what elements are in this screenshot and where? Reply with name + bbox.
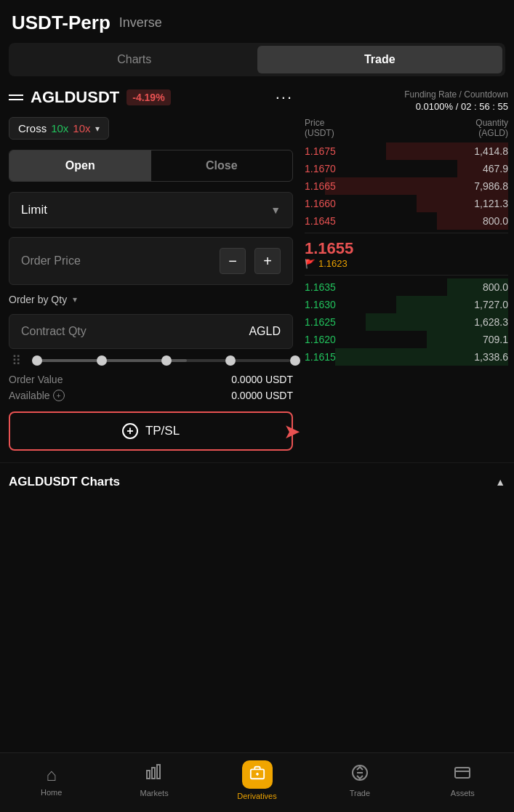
symbol-left: AGLDUSDT -4.19%	[9, 88, 171, 107]
flag-icon: 🚩	[305, 259, 316, 269]
symbol-row: AGLDUSDT -4.19% ···	[9, 88, 293, 107]
ask-price: 1.1675	[305, 145, 336, 157]
bid-qty: 800.0	[483, 281, 508, 293]
bid-row[interactable]: 1.1630 1,727.0	[305, 296, 508, 313]
slider-thumb-75[interactable]	[225, 355, 236, 366]
symbol-name[interactable]: AGLDUSDT	[31, 88, 119, 107]
bid-qty: 1,338.6	[474, 351, 508, 363]
ask-qty: 1,121.3	[474, 198, 508, 209]
tab-trade[interactable]: Trade	[257, 46, 503, 73]
bid-row[interactable]: 1.1620 709.1	[305, 331, 508, 348]
asks-list: 1.1675 1,414.8 1.1670 467.9 1.1665 7,986…	[305, 142, 508, 230]
bid-price: 1.1635	[305, 281, 336, 293]
menu-icon[interactable]	[9, 95, 23, 100]
ask-price: 1.1670	[305, 163, 336, 174]
slider-thumb-25[interactable]	[97, 355, 107, 366]
slider-grid-icon: ⠿	[12, 353, 21, 369]
right-panel: Funding Rate / Countdown 0.0100% / 02 : …	[302, 88, 514, 462]
nav-derivatives-label: Derivatives	[237, 792, 276, 800]
left-panel: AGLDUSDT -4.19% ··· Cross 10x 10x ▾ Open…	[0, 88, 302, 462]
tab-charts[interactable]: Charts	[12, 46, 257, 73]
svg-rect-7	[455, 768, 470, 778]
open-button[interactable]: Open	[9, 150, 151, 181]
ask-row[interactable]: 1.1675 1,414.8	[305, 142, 508, 160]
tpsl-button[interactable]: + TP/SL	[9, 411, 293, 451]
nav-home-label: Home	[41, 788, 62, 797]
mid-price-section: 1.1655 🚩 1.1623	[305, 233, 508, 276]
assets-icon	[454, 764, 471, 786]
slider-thumb-100[interactable]	[290, 355, 300, 366]
increase-price-button[interactable]: +	[254, 248, 281, 274]
funding-rate-label: Funding Rate / Countdown	[305, 88, 508, 100]
ask-price: 1.1645	[305, 215, 336, 227]
order-price-field: Order Price − +	[9, 237, 293, 285]
decrease-price-button[interactable]: −	[220, 248, 246, 274]
tpsl-container: + TP/SL ➤	[9, 411, 293, 451]
nav-trade[interactable]: Trade	[308, 764, 411, 797]
quantity-slider[interactable]: ⠿	[9, 359, 293, 362]
main-content: AGLDUSDT -4.19% ··· Cross 10x 10x ▾ Open…	[0, 88, 514, 462]
bid-price: 1.1615	[305, 351, 336, 363]
page-subtitle: Inverse	[119, 15, 162, 31]
tpsl-plus-icon: +	[122, 423, 138, 439]
price-col-header: Price (USDT)	[305, 118, 334, 138]
order-price-label: Order Price	[21, 254, 81, 268]
order-type-label: Limit	[21, 203, 47, 217]
bid-price: 1.1630	[305, 299, 336, 310]
bid-price: 1.1620	[305, 334, 336, 345]
ask-qty: 467.9	[483, 163, 508, 174]
leverage-cross-label: Cross	[18, 122, 47, 134]
more-options-button[interactable]: ···	[276, 88, 293, 107]
mid-sub-price: 🚩 1.1623	[305, 258, 508, 269]
bid-qty: 1,628.3	[474, 316, 508, 328]
close-button[interactable]: Close	[151, 150, 293, 181]
bid-row[interactable]: 1.1615 1,338.6	[305, 348, 508, 366]
slider-thumb-50[interactable]	[161, 355, 172, 366]
svg-rect-0	[147, 771, 150, 779]
funding-rate-value: 0.0100% / 02 : 56 : 55	[305, 101, 508, 112]
leverage-row: Cross 10x 10x ▾	[9, 117, 293, 140]
nav-markets-label: Markets	[140, 789, 169, 797]
ask-price: 1.1660	[305, 198, 336, 209]
markets-icon	[145, 764, 163, 786]
nav-home[interactable]: ⌂ Home	[0, 765, 103, 797]
bid-row[interactable]: 1.1635 800.0	[305, 278, 508, 296]
order-value-row: Order Value 0.0000 USDT	[9, 374, 293, 385]
charts-section-label: AGLDUSDT Charts	[9, 475, 120, 489]
ask-price: 1.1665	[305, 180, 336, 192]
slider-track[interactable]	[32, 359, 290, 362]
order-type-arrow-icon: ▼	[270, 204, 281, 216]
ask-qty: 1,414.8	[474, 145, 508, 157]
ask-row[interactable]: 1.1670 467.9	[305, 160, 508, 177]
nav-markets[interactable]: Markets	[103, 764, 205, 797]
charts-section[interactable]: AGLDUSDT Charts ▲	[0, 462, 514, 501]
available-info-icon[interactable]: +	[53, 390, 65, 401]
contract-qty-field[interactable]: Contract Qty AGLD	[9, 314, 293, 349]
leverage-value-1: 10x	[51, 122, 68, 134]
ask-row[interactable]: 1.1665 7,986.8	[305, 177, 508, 195]
open-close-toggle: Open Close	[9, 150, 293, 182]
mid-price[interactable]: 1.1655	[305, 239, 508, 258]
ask-row[interactable]: 1.1660 1,121.3	[305, 195, 508, 212]
nav-derivatives[interactable]: Derivatives	[206, 760, 308, 800]
nav-trade-label: Trade	[350, 789, 370, 797]
order-value-label: Order Value	[9, 374, 63, 385]
leverage-selector[interactable]: Cross 10x 10x ▾	[9, 117, 109, 140]
slider-thumb-0[interactable]	[32, 355, 42, 366]
svg-rect-2	[157, 765, 160, 779]
bid-row[interactable]: 1.1625 1,628.3	[305, 313, 508, 331]
order-type-dropdown[interactable]: Limit ▼	[9, 192, 293, 228]
ask-qty: 800.0	[483, 215, 508, 227]
bid-qty: 1,727.0	[474, 299, 508, 310]
order-by-row[interactable]: Order by Qty ▾	[9, 294, 293, 305]
ask-row[interactable]: 1.1645 800.0	[305, 212, 508, 230]
derivatives-icon	[249, 768, 265, 784]
available-row: Available + 0.0000 USDT	[9, 390, 293, 401]
order-value-section: Order Value 0.0000 USDT Available + 0.00…	[9, 374, 293, 401]
charts-collapse-icon: ▲	[495, 476, 505, 488]
nav-assets[interactable]: Assets	[411, 764, 514, 797]
leverage-chevron-icon: ▾	[95, 124, 100, 134]
qty-col-header: Quantity (AGLD)	[475, 118, 508, 138]
order-price-controls: − +	[220, 248, 281, 274]
order-by-arrow-icon: ▾	[73, 294, 77, 305]
